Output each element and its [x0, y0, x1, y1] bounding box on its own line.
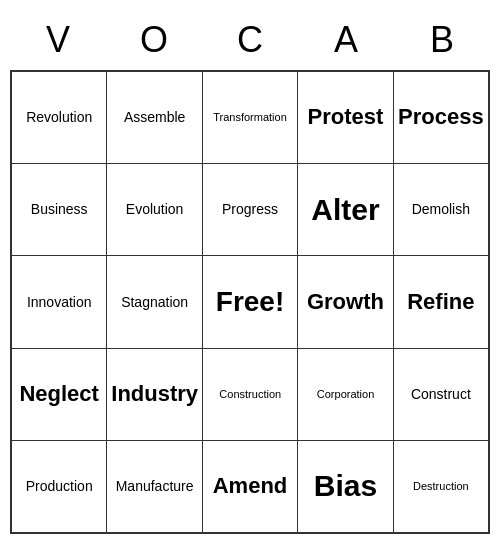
bingo-card: VOCAB RevolutionAssembleTransformationPr… [10, 10, 490, 534]
bingo-row: RevolutionAssembleTransformationProtestP… [12, 72, 488, 164]
bingo-cell: Construction [203, 349, 298, 440]
cell-label: Growth [307, 289, 384, 315]
cell-label: Protest [308, 104, 384, 130]
cell-label: Evolution [126, 201, 184, 218]
bingo-cell: Production [12, 441, 107, 532]
bingo-cell: Manufacture [107, 441, 202, 532]
bingo-cell: Assemble [107, 72, 202, 163]
cell-label: Amend [213, 473, 288, 499]
cell-label: Innovation [27, 294, 92, 311]
bingo-cell: Evolution [107, 164, 202, 255]
bingo-cell: Corporation [298, 349, 393, 440]
cell-label: Demolish [412, 201, 470, 218]
header-letter: A [298, 10, 394, 70]
bingo-cell: Transformation [203, 72, 298, 163]
cell-label: Neglect [19, 381, 98, 407]
header-letter: B [394, 10, 490, 70]
cell-label: Refine [407, 289, 474, 315]
bingo-row: ProductionManufactureAmendBiasDestructio… [12, 441, 488, 532]
bingo-cell: Growth [298, 256, 393, 347]
header-letter: C [202, 10, 298, 70]
cell-label: Process [398, 104, 484, 130]
bingo-cell: Stagnation [107, 256, 202, 347]
cell-label: Revolution [26, 109, 92, 126]
cell-label: Business [31, 201, 88, 218]
bingo-cell: Neglect [12, 349, 107, 440]
bingo-row: BusinessEvolutionProgressAlterDemolish [12, 164, 488, 256]
bingo-cell: Alter [298, 164, 393, 255]
cell-label: Industry [111, 381, 198, 407]
cell-label: Stagnation [121, 294, 188, 311]
bingo-cell: Construct [394, 349, 488, 440]
bingo-cell: Innovation [12, 256, 107, 347]
bingo-cell: Refine [394, 256, 488, 347]
cell-label: Free! [216, 285, 284, 319]
bingo-row: InnovationStagnationFree!GrowthRefine [12, 256, 488, 348]
bingo-header: VOCAB [10, 10, 490, 70]
cell-label: Construct [411, 386, 471, 403]
bingo-cell: Revolution [12, 72, 107, 163]
bingo-cell: Demolish [394, 164, 488, 255]
cell-label: Transformation [213, 111, 287, 124]
bingo-cell: Business [12, 164, 107, 255]
bingo-cell: Industry [107, 349, 203, 440]
bingo-cell: Progress [203, 164, 298, 255]
cell-label: Corporation [317, 388, 374, 401]
bingo-cell: Free! [203, 256, 298, 347]
header-letter: V [10, 10, 106, 70]
cell-label: Destruction [413, 480, 469, 493]
bingo-cell: Amend [203, 441, 298, 532]
cell-label: Assemble [124, 109, 185, 126]
bingo-cell: Process [394, 72, 488, 163]
cell-label: Bias [314, 468, 377, 504]
header-letter: O [106, 10, 202, 70]
bingo-grid: RevolutionAssembleTransformationProtestP… [10, 70, 490, 534]
bingo-row: NeglectIndustryConstructionCorporationCo… [12, 349, 488, 441]
cell-label: Alter [311, 192, 379, 228]
cell-label: Production [26, 478, 93, 495]
cell-label: Progress [222, 201, 278, 218]
bingo-cell: Bias [298, 441, 393, 532]
cell-label: Manufacture [116, 478, 194, 495]
bingo-cell: Protest [298, 72, 393, 163]
cell-label: Construction [219, 388, 281, 401]
bingo-cell: Destruction [394, 441, 488, 532]
